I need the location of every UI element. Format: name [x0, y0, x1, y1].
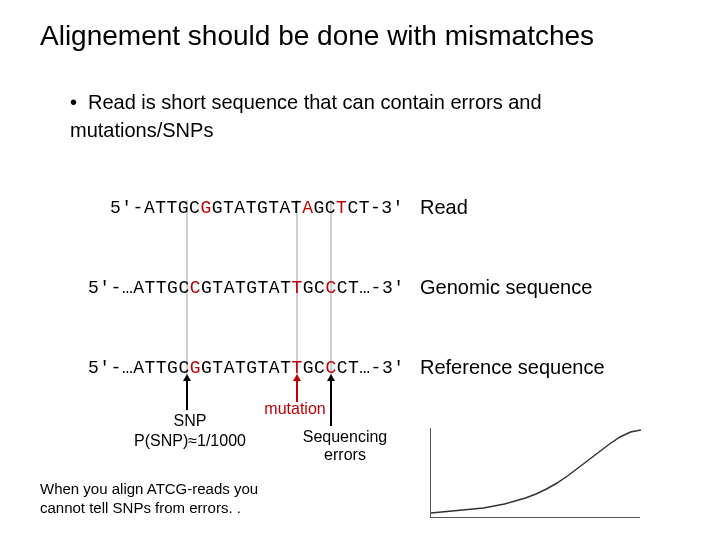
label-genomic: Genomic sequence [420, 276, 592, 299]
seq-gen-pre: 5'-…ATTGC [88, 278, 190, 298]
seq-read-post2: CT-3' [347, 198, 404, 218]
seq-read-pre: 5'-ATTGC [110, 198, 200, 218]
seq-gen-post2: CT…-3' [337, 278, 405, 298]
seq-ref-post2: CT…-3' [337, 358, 405, 378]
seq-gen-post1: GC [303, 278, 326, 298]
chart-svg [431, 428, 641, 518]
sequence-reference: 5'-…ATTGCGGTATGTATTGCCCT…-3' [88, 358, 405, 378]
label-snp-prob: P(SNP)≈1/1000 [120, 432, 260, 450]
seq-read-mid: GTATGTAT [212, 198, 302, 218]
label-reference: Reference sequence [420, 356, 605, 379]
bullet-dot: • [70, 88, 88, 116]
label-read: Read [420, 196, 468, 219]
label-seqerr-l1: Sequencing [303, 428, 388, 445]
seq-ref-mid: GTATGTAT [201, 358, 291, 378]
label-seqerr-l2: errors [324, 446, 366, 463]
seq-read-post1: GC [313, 198, 336, 218]
arrow-snp [186, 380, 188, 410]
seq-gen-m3: C [325, 278, 336, 298]
slide-title: Alignement should be done with mismatche… [40, 20, 680, 52]
bullet-line: •Read is short sequence that can contain… [70, 88, 670, 144]
sequence-read: 5'-ATTGCGGTATGTATAGCTCT-3' [110, 198, 404, 218]
mini-chart [430, 428, 640, 518]
seq-read-m2: A [302, 198, 313, 218]
seq-gen-m2: T [291, 278, 302, 298]
seq-gen-mid: GTATGTAT [201, 278, 291, 298]
footnote: When you align ATCG-reads you cannot tel… [40, 480, 300, 518]
seq-gen-m1: C [190, 278, 201, 298]
seq-ref-m1: G [190, 358, 201, 378]
seq-ref-pre: 5'-…ATTGC [88, 358, 190, 378]
label-snp: SNP [150, 412, 230, 430]
label-mutation: mutation [240, 400, 350, 418]
label-seqerr: Sequencing errors [290, 428, 400, 464]
seq-read-m1: G [200, 198, 211, 218]
seq-read-m3: T [336, 198, 347, 218]
bullet-text: Read is short sequence that can contain … [70, 91, 542, 141]
seq-ref-post1: GC [303, 358, 326, 378]
arrow-mutation [296, 380, 298, 402]
sequence-genomic: 5'-…ATTGCCGTATGTATTGCCCT…-3' [88, 278, 405, 298]
label-snp-text: SNP [174, 412, 207, 429]
